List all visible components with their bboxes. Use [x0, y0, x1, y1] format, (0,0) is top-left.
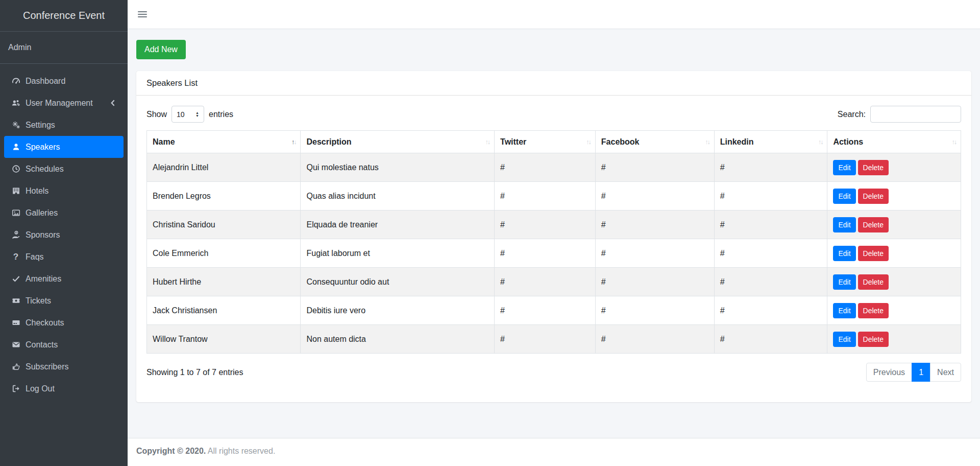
edit-button[interactable]: Edit [833, 274, 855, 290]
edit-button[interactable]: Edit [833, 160, 855, 175]
cell-actions: EditDelete [827, 239, 961, 268]
sidebar-item-subscribers[interactable]: Subscribers [4, 356, 124, 378]
cell-linkedin: # [714, 153, 827, 182]
user-name: Admin [8, 43, 31, 52]
cell-twitter: # [495, 182, 596, 211]
length-prefix-label: Show [146, 110, 167, 119]
ticket-icon [8, 296, 23, 305]
table-row: Christina Saridou Elquada de treanier # … [147, 211, 961, 239]
column-header-facebook[interactable]: Facebook ↑↓ [595, 131, 714, 153]
delete-button[interactable]: Delete [858, 189, 889, 204]
table-body: Alejandrin Littel Qui molestiae natus # … [147, 153, 961, 354]
table-row: Willow Trantow Non autem dicta # # # Edi… [147, 325, 961, 354]
cell-name: Willow Trantow [147, 325, 301, 354]
edit-button[interactable]: Edit [833, 217, 855, 232]
cell-facebook: # [595, 268, 714, 296]
search-input[interactable] [870, 106, 961, 123]
cell-linkedin: # [714, 211, 827, 239]
column-header-linkedin[interactable]: Linkedin ↑↓ [714, 131, 827, 153]
add-new-button[interactable]: Add New [136, 40, 186, 59]
sidebar-item-checkouts[interactable]: Checkouts [4, 312, 124, 334]
cell-name: Hubert Hirthe [147, 268, 301, 296]
cell-description: Fugiat laborum et [301, 239, 495, 268]
sort-arrows-icon: ↑↓ [818, 138, 823, 146]
cell-name: Jack Christiansen [147, 296, 301, 325]
cell-twitter: # [495, 153, 596, 182]
edit-button[interactable]: Edit [833, 303, 855, 318]
sidebar-item-contacts[interactable]: Contacts [4, 334, 124, 356]
chevron-left-icon [109, 99, 117, 107]
table-row: Brenden Legros Quas alias incidunt # # #… [147, 182, 961, 211]
sidebar-item-user-management[interactable]: User Management [4, 92, 124, 114]
delete-button[interactable]: Delete [858, 332, 889, 347]
pagination-next-button[interactable]: Next [930, 363, 961, 382]
cell-facebook: # [595, 153, 714, 182]
table-head: Name ↑↓ Description ↑↓ Twitter ↑↓ Facebo… [147, 131, 961, 153]
column-header-twitter[interactable]: Twitter ↑↓ [495, 131, 596, 153]
cell-description: Debitis iure vero [301, 296, 495, 325]
brand-link[interactable]: Conference Event [0, 0, 128, 32]
sidebar-item-tickets[interactable]: Tickets [4, 290, 124, 312]
sidebar-item-settings[interactable]: Settings [4, 114, 124, 136]
cell-twitter: # [495, 325, 596, 354]
delete-button[interactable]: Delete [858, 246, 889, 261]
cell-twitter: # [495, 268, 596, 296]
cell-facebook: # [595, 211, 714, 239]
column-header-actions[interactable]: Actions ↑↓ [827, 131, 961, 153]
sidebar-item-hotels[interactable]: Hotels [4, 180, 124, 202]
sidebar-item-dashboard[interactable]: Dashboard [4, 70, 124, 92]
sidebar-item-sponsors[interactable]: Sponsors [4, 224, 124, 246]
copyright-bold: Copyright © 2020. [136, 447, 206, 455]
sidebar-item-log-out[interactable]: Log Out [4, 378, 124, 400]
brand-title: Conference Event [23, 10, 105, 21]
table-row: Jack Christiansen Debitis iure vero # # … [147, 296, 961, 325]
column-header-name[interactable]: Name ↑↓ [147, 131, 301, 153]
hand-dollar-icon [8, 230, 23, 239]
cell-actions: EditDelete [827, 211, 961, 239]
pagination-page-1-button[interactable]: 1 [912, 363, 930, 382]
cell-facebook: # [595, 325, 714, 354]
table-controls: Show 10 ▲▼ entries Search: [146, 106, 961, 123]
sidebar-item-faqs[interactable]: ? Faqs [4, 246, 124, 268]
pagination: Previous 1 Next [866, 363, 961, 382]
cell-name: Brenden Legros [147, 182, 301, 211]
card-title: Speakers List [146, 78, 198, 87]
copyright-rest: All rights reserved. [206, 447, 275, 455]
page-length-value: 10 [177, 110, 185, 119]
edit-button[interactable]: Edit [833, 332, 855, 347]
sidebar-item-schedules[interactable]: Schedules [4, 158, 124, 180]
cell-actions: EditDelete [827, 153, 961, 182]
delete-button[interactable]: Delete [858, 274, 889, 290]
tachometer-icon [8, 77, 23, 85]
clock-icon [8, 165, 23, 173]
cell-linkedin: # [714, 268, 827, 296]
cell-description: Consequuntur odio aut [301, 268, 495, 296]
cell-linkedin: # [714, 239, 827, 268]
sort-arrows-icon: ↑↓ [291, 138, 296, 146]
cell-linkedin: # [714, 182, 827, 211]
sidebar-item-galleries[interactable]: Galleries [4, 202, 124, 224]
delete-button[interactable]: Delete [858, 303, 889, 318]
speakers-table: Name ↑↓ Description ↑↓ Twitter ↑↓ Facebo… [146, 130, 961, 354]
delete-button[interactable]: Delete [858, 160, 889, 175]
cell-linkedin: # [714, 325, 827, 354]
column-header-description[interactable]: Description ↑↓ [301, 131, 495, 153]
content-area: Add New Speakers List Show 10 ▲▼ entries [128, 29, 980, 438]
pagination-previous-button[interactable]: Previous [866, 363, 912, 382]
cell-actions: EditDelete [827, 296, 961, 325]
cell-actions: EditDelete [827, 268, 961, 296]
edit-button[interactable]: Edit [833, 246, 855, 261]
hamburger-icon[interactable] [138, 9, 147, 20]
thumbs-up-icon [8, 362, 23, 371]
image-icon [8, 208, 23, 217]
sidebar-item-speakers[interactable]: Speakers [4, 136, 124, 158]
sidebar-item-amenities[interactable]: Amenities [4, 268, 124, 290]
card-body: Show 10 ▲▼ entries Search: [136, 96, 971, 402]
page-length-select[interactable]: 10 ▲▼ [172, 106, 204, 123]
delete-button[interactable]: Delete [858, 217, 889, 232]
speakers-card: Speakers List Show 10 ▲▼ entries Search: [136, 71, 971, 402]
table-info: Showing 1 to 7 of 7 entries [146, 368, 243, 377]
question-icon: ? [8, 252, 23, 261]
cell-twitter: # [495, 211, 596, 239]
edit-button[interactable]: Edit [833, 189, 855, 204]
